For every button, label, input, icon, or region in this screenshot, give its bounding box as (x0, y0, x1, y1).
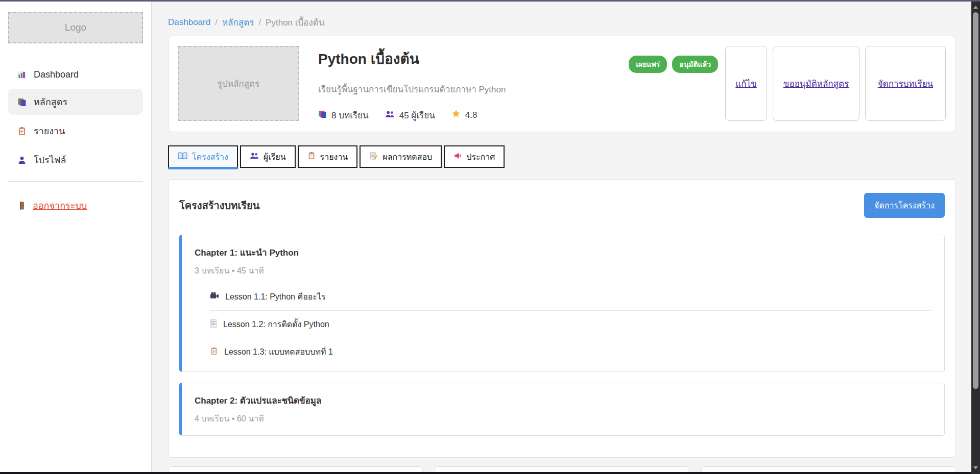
tab-announcements[interactable]: ประกาศ (444, 145, 505, 168)
sidebar-divider (8, 181, 143, 182)
chapter-card-2: Chapter 2: ตัวแปรและชนิดข้อมูล 4 บทเรียน… (179, 383, 945, 436)
bar-chart-icon (17, 70, 27, 80)
tab-label: ผู้เรียน (264, 151, 286, 163)
chapter-meta: 3 บทเรียน • 45 นาที (195, 264, 931, 277)
course-tabs: โครงสร้าง ผู้เรียน รายงาน ผลการทดสอบ (168, 145, 956, 168)
breadcrumb-current: Python เบื้องต้น (266, 15, 324, 29)
course-header-card: รูปหลักสูตร Python เบื้องต้น เรียนรู้พื้… (168, 36, 956, 132)
breadcrumb-link-courses[interactable]: หลักสูตร (222, 15, 254, 29)
quiz-clipboard-icon (210, 346, 218, 358)
manage-structure-button[interactable]: จัดการโครงสร้าง (864, 193, 945, 218)
chapter-card-1: Chapter 1: แนะนำ Python 3 บทเรียน • 45 น… (179, 235, 945, 372)
structure-header: โครงสร้างบทเรียน จัดการโครงสร้าง (179, 193, 945, 218)
person-icon (17, 156, 27, 165)
chapter-title: Chapter 1: แนะนำ Python (195, 245, 931, 259)
sidebar-item-label: โปรไฟล์ (34, 153, 66, 167)
lesson-title: Lesson 1.2: การติดตั้ง Python (223, 318, 329, 331)
books-icon (17, 97, 27, 107)
sidebar-item-reports[interactable]: รายงาน (8, 118, 143, 144)
structure-panel: โครงสร้างบทเรียน จัดการโครงสร้าง Chapter… (168, 179, 956, 458)
stat-lessons-value: 8 บทเรียน (331, 108, 369, 122)
logo-label: Logo (65, 22, 86, 33)
lesson-list: Lesson 1.1: Python คืออะไร Lesson 1.2: ก… (210, 283, 931, 361)
tab-reports[interactable]: รายงาน (298, 145, 358, 168)
course-image-placeholder: รูปหลักสูตร (178, 46, 299, 121)
scroll-up-arrow-icon[interactable] (971, 3, 980, 11)
tab-label: ผลการทดสอบ (383, 151, 432, 163)
logout-label: ออกจากระบบ (33, 198, 87, 213)
lesson-row[interactable]: Lesson 1.2: การติดตั้ง Python (210, 311, 931, 338)
manage-structure-label: จัดการโครงสร้าง (874, 201, 935, 210)
logout-button[interactable]: ออกจากระบบ (8, 198, 143, 213)
window-bottom-border (0, 472, 971, 474)
course-title: Python เบื้องต้น (318, 47, 506, 70)
sidebar-item-profile[interactable]: โปรไฟล์ (8, 147, 143, 173)
people-icon (250, 152, 259, 161)
course-stats: 8 บทเรียน 45 ผู้เรียน 4.8 (318, 108, 506, 122)
lesson-row[interactable]: Lesson 1.1: Python คืออะไร (210, 283, 931, 311)
breadcrumb-separator: / (258, 17, 261, 28)
stat-rating-value: 4.8 (465, 110, 477, 120)
stat-students: 45 ผู้เรียน (385, 108, 435, 122)
course-description: เรียนรู้พื้นฐานการเขียนโปรแกรมด้วยภาษา P… (318, 82, 506, 96)
breadcrumb: Dashboard / หลักสูตร / Python เบื้องต้น (168, 15, 956, 29)
stat-lessons: 8 บทเรียน (318, 108, 369, 122)
edit-course-button[interactable]: แก้ไข (725, 46, 767, 121)
people-icon (385, 110, 395, 120)
manage-lessons-button[interactable]: จัดการบทเรียน (865, 46, 946, 121)
clipboard-icon (307, 152, 316, 162)
lesson-title: Lesson 1.3: แบบทดสอบบทที่ 1 (224, 345, 333, 358)
tab-structure[interactable]: โครงสร้าง (168, 145, 238, 168)
star-icon (451, 109, 461, 121)
scrollbar-thumb[interactable] (973, 12, 978, 389)
sidebar: Logo Dashboard หลักสูตร รายงาน โปรไฟล์ (0, 2, 152, 474)
status-badge-approved: อนุมัติแล้ว (672, 56, 718, 73)
vertical-scrollbar[interactable] (971, 2, 980, 474)
course-info: Python เบื้องต้น เรียนรู้พื้นฐานการเขียน… (318, 46, 506, 122)
chapter-meta: 4 บทเรียน • 60 นาที (195, 412, 931, 425)
app-container: Logo Dashboard หลักสูตร รายงาน โปรไฟล์ (0, 0, 971, 474)
sidebar-item-dashboard[interactable]: Dashboard (8, 64, 143, 86)
tab-label: รายงาน (320, 151, 348, 163)
open-book-icon (178, 152, 187, 162)
tab-label: ประกาศ (466, 151, 495, 163)
edit-course-link[interactable]: แก้ไข (735, 77, 756, 90)
main-content: Dashboard / หลักสูตร / Python เบื้องต้น … (152, 2, 971, 474)
scroll-down-arrow-icon[interactable] (971, 464, 980, 472)
window-top-border (0, 0, 980, 2)
status-badges: เผยแพร่ อนุมัติแล้ว (629, 56, 718, 73)
breadcrumb-separator: / (215, 17, 218, 28)
video-camera-icon (210, 292, 219, 302)
request-approval-button[interactable]: ขออนุมัติหลักสูตร (773, 46, 859, 121)
sidebar-item-label: รายงาน (34, 123, 65, 138)
logo-placeholder: Logo (8, 12, 143, 43)
sidebar-item-courses[interactable]: หลักสูตร (8, 89, 143, 115)
tab-students[interactable]: ผู้เรียน (240, 145, 296, 168)
clipboard-icon (17, 127, 27, 136)
course-actions: แก้ไข ขออนุมัติหลักสูตร จัดการบทเรียน (725, 46, 946, 121)
document-icon (210, 319, 217, 330)
megaphone-icon (453, 152, 462, 162)
tab-label: โครงสร้าง (192, 151, 228, 163)
lesson-title: Lesson 1.1: Python คืออะไร (225, 290, 326, 303)
stat-rating: 4.8 (451, 108, 477, 122)
structure-heading: โครงสร้างบทเรียน (179, 197, 259, 214)
stat-students-value: 45 ผู้เรียน (399, 108, 435, 122)
manage-lessons-link[interactable]: จัดการบทเรียน (878, 77, 934, 90)
sidebar-item-label: Dashboard (34, 69, 79, 80)
sidebar-item-label: หลักสูตร (34, 94, 67, 109)
tab-test-results[interactable]: ผลการทดสอบ (360, 145, 442, 168)
request-approval-link[interactable]: ขออนุมัติหลักสูตร (783, 77, 849, 90)
books-icon (318, 110, 327, 121)
door-icon (17, 201, 27, 210)
breadcrumb-link-dashboard[interactable]: Dashboard (168, 17, 210, 28)
chapter-title: Chapter 2: ตัวแปรและชนิดข้อมูล (195, 393, 931, 407)
lesson-row[interactable]: Lesson 1.3: แบบทดสอบบทที่ 1 (210, 338, 931, 361)
status-badge-published: เผยแพร่ (629, 56, 667, 73)
memo-pencil-icon (369, 152, 378, 162)
course-image-label: รูปหลักสูตร (218, 77, 259, 90)
